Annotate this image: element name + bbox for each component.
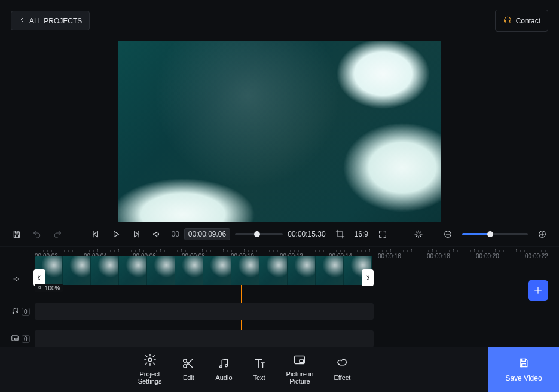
edit-button[interactable]: Edit: [182, 357, 195, 381]
effect-button[interactable]: Effect: [334, 357, 350, 381]
project-settings-button[interactable]: Project Settings: [138, 353, 162, 385]
chevron-left-icon: [19, 16, 26, 25]
all-projects-button[interactable]: ALL PROJECTS: [11, 11, 90, 30]
playback-progress[interactable]: [235, 233, 283, 235]
add-media-button[interactable]: [528, 280, 548, 301]
scissors-icon: [182, 357, 195, 372]
snap-icon[interactable]: [413, 228, 424, 240]
speaker-icon[interactable]: [11, 273, 23, 285]
clip-handle-right[interactable]: [362, 270, 374, 286]
music-icon: [217, 357, 230, 372]
pip-label: Picture in Picture: [286, 370, 314, 385]
transport-toolbar: 00 00:00:09.06 00:00:15.30 16:9: [0, 222, 559, 247]
volume-mini-icon: [37, 284, 43, 292]
svg-point-10: [220, 366, 222, 368]
volume-icon[interactable]: [151, 228, 163, 240]
svg-point-4: [16, 311, 17, 313]
zoom-slider[interactable]: [462, 233, 528, 235]
ruler-label: 00:00:18: [427, 253, 450, 259]
pip-button[interactable]: Picture in Picture: [286, 353, 314, 385]
project-settings-label: Project Settings: [138, 370, 162, 385]
svg-point-11: [225, 365, 228, 367]
clip-volume-badge: 100%: [35, 284, 63, 292]
text-label: Text: [253, 374, 265, 382]
audio-button[interactable]: Audio: [215, 357, 232, 381]
text-button[interactable]: Text: [253, 357, 266, 381]
contact-label: Contact: [516, 17, 540, 25]
save-video-label: Save Video: [505, 374, 542, 382]
timecode-current[interactable]: 00:00:09.06: [184, 228, 230, 240]
zoom-out-icon[interactable]: [442, 228, 454, 240]
pip-icon: [11, 334, 19, 344]
prev-frame-icon[interactable]: [90, 228, 102, 240]
pip-track[interactable]: [35, 330, 374, 347]
gear-icon: [143, 353, 157, 368]
all-projects-label: ALL PROJECTS: [29, 17, 82, 25]
svg-rect-6: [15, 338, 17, 340]
edit-label: Edit: [183, 374, 194, 382]
clip-volume-text: 100%: [45, 285, 60, 292]
bottom-toolbar: Project Settings Edit Audio Text Picture…: [0, 347, 559, 392]
music-icon: [11, 307, 19, 317]
redo-icon[interactable]: [51, 228, 63, 240]
audio-label: Audio: [215, 374, 232, 382]
ruler-label: 00:00:16: [378, 253, 401, 259]
play-icon[interactable]: [110, 228, 122, 240]
undo-icon[interactable]: [31, 228, 43, 240]
toolbar-divider: [433, 228, 433, 240]
video-track[interactable]: 00:00:15 100%: [35, 265, 548, 293]
aspect-ratio-label[interactable]: 16:9: [355, 230, 368, 238]
fullscreen-icon[interactable]: [377, 228, 389, 240]
save-icon[interactable]: [11, 228, 23, 240]
audio-track[interactable]: [35, 303, 374, 320]
svg-point-3: [13, 312, 14, 313]
headset-icon: [503, 15, 512, 26]
ruler-label: 00:00:20: [476, 253, 499, 259]
timecode-prefix: 00: [171, 230, 179, 238]
ruler-label: 00:00:22: [525, 253, 548, 259]
save-video-icon: [518, 357, 530, 370]
contact-button[interactable]: Contact: [495, 10, 548, 32]
timecode-total: 00:00:15.30: [288, 230, 325, 238]
video-clip[interactable]: [35, 256, 374, 285]
text-tool-icon: [253, 357, 266, 372]
save-video-button[interactable]: Save Video: [488, 347, 559, 392]
pip-tool-icon: [293, 353, 306, 368]
effect-icon: [335, 357, 349, 372]
effect-label: Effect: [334, 374, 350, 382]
zoom-in-icon[interactable]: [536, 228, 548, 240]
svg-rect-13: [300, 360, 303, 363]
pip-track-count: 0: [22, 335, 30, 343]
video-preview[interactable]: [118, 41, 441, 222]
crop-icon[interactable]: [334, 228, 346, 240]
svg-point-7: [148, 358, 152, 362]
next-frame-icon[interactable]: [130, 228, 142, 240]
audio-track-count: 0: [22, 308, 30, 316]
